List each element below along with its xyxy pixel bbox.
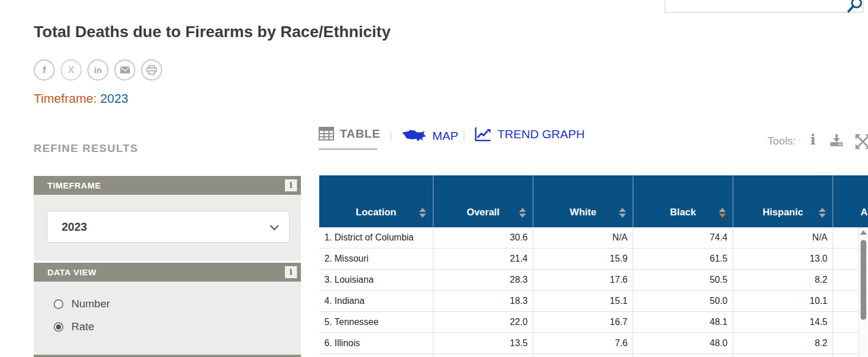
cell-black: 74.4 xyxy=(633,227,733,248)
table-row[interactable]: 4. Indiana 18.3 15.1 50.0 10.1 xyxy=(319,291,868,312)
page-title: Total Deaths due to Firearms by Race/Eth… xyxy=(34,23,391,41)
cell-black: 50.5 xyxy=(633,270,733,291)
cell-hispanic: 8.2 xyxy=(733,333,833,354)
cell-location: 2. Missouri xyxy=(319,248,433,270)
us-map-icon xyxy=(401,128,427,143)
cell-black: 48.1 xyxy=(633,312,733,333)
facebook-icon[interactable]: f xyxy=(34,59,55,81)
timeframe-panel-title: TIMEFRAME xyxy=(47,176,101,195)
tab-trend-graph[interactable]: TREND GRAPH xyxy=(474,126,585,142)
radio-rate[interactable]: Rate xyxy=(54,320,94,333)
column-header-overall[interactable]: Overall xyxy=(433,175,533,227)
table-scrollbar[interactable] xyxy=(858,227,867,357)
table-row[interactable]: 3. Louisiana 28.3 17.6 50.5 8.2 xyxy=(319,270,868,291)
radio-circle-unselected xyxy=(54,299,63,309)
timeframe-select-value: 2023 xyxy=(62,211,87,242)
x-twitter-icon[interactable]: X xyxy=(61,59,82,81)
cell-hispanic: 10.1 xyxy=(733,291,833,312)
sort-icon xyxy=(419,208,426,218)
active-tab-underline xyxy=(319,149,377,150)
table-row-partial xyxy=(319,354,868,357)
cell-overall: 18.3 xyxy=(433,291,533,312)
kff-data-page: Total Deaths due to Firearms by Race/Eth… xyxy=(0,0,868,357)
sort-icon-active-desc xyxy=(719,208,726,218)
table-row[interactable]: 6. Illinois 13.5 7.6 48.0 8.2 xyxy=(319,333,868,354)
cell-location: 6. Illinois xyxy=(319,333,433,354)
cell-overall: 21.4 xyxy=(433,248,533,270)
cell-location: 3. Louisiana xyxy=(319,270,433,291)
scrollbar-thumb[interactable] xyxy=(861,240,866,320)
radio-rate-label: Rate xyxy=(71,320,94,333)
trend-chart-icon xyxy=(474,126,492,142)
timeframe-line: Timeframe: 2023 xyxy=(34,91,128,106)
tab-map[interactable]: MAP xyxy=(401,128,459,143)
next-panel-header-sliver xyxy=(34,355,301,357)
table-row[interactable]: 1. District of Columbia 30.6 N/A 74.4 N/… xyxy=(319,227,868,248)
cell-hispanic: N/A xyxy=(733,227,833,248)
column-header-asian-partial[interactable]: Asian xyxy=(833,175,868,227)
site-search-box xyxy=(665,0,863,13)
dataview-panel-body xyxy=(34,282,301,355)
cell-location: 5. Tennessee xyxy=(319,312,433,333)
cell-hispanic: 13.0 xyxy=(733,248,833,270)
dataview-panel-header: DATA VIEW i xyxy=(34,263,301,282)
cell-white: N/A xyxy=(533,227,633,248)
radio-number-label: Number xyxy=(71,298,110,310)
cell-overall: 22.0 xyxy=(433,312,533,333)
print-icon[interactable] xyxy=(141,59,162,81)
expand-icon[interactable] xyxy=(854,133,868,150)
email-icon[interactable] xyxy=(114,59,135,81)
tab-map-label: MAP xyxy=(432,129,459,143)
info-icon[interactable]: i xyxy=(810,131,815,148)
dataview-panel-title: DATA VIEW xyxy=(47,263,97,282)
cell-location: 1. District of Columbia xyxy=(319,227,433,248)
column-header-location[interactable]: Location xyxy=(319,175,433,227)
column-header-white[interactable]: White xyxy=(533,175,633,227)
share-icons-row: f X in xyxy=(34,59,162,81)
radio-number[interactable]: Number xyxy=(54,298,110,310)
download-icon[interactable] xyxy=(829,134,844,147)
cell-location: 4. Indiana xyxy=(319,291,433,312)
cell-black: 50.0 xyxy=(633,291,733,312)
cell-overall: 28.3 xyxy=(433,270,533,291)
cell-black: 48.0 xyxy=(633,333,733,354)
sort-icon xyxy=(619,208,626,218)
table-header-row: Location Overall White Black Hispanic As… xyxy=(319,175,868,227)
tab-separator xyxy=(464,131,464,142)
cell-overall: 13.5 xyxy=(433,333,533,354)
column-header-hispanic[interactable]: Hispanic xyxy=(733,175,833,227)
data-table: Location Overall White Black Hispanic As… xyxy=(319,175,868,357)
search-input[interactable] xyxy=(670,1,841,11)
cell-hispanic: 14.5 xyxy=(733,312,833,333)
info-icon[interactable]: i xyxy=(285,179,297,191)
refine-results-heading: REFINE RESULTS xyxy=(34,142,138,155)
column-header-black[interactable]: Black xyxy=(633,175,733,227)
cell-white: 15.1 xyxy=(533,291,633,312)
info-icon[interactable]: i xyxy=(285,266,297,278)
tab-table-label: TABLE xyxy=(340,127,380,141)
timeframe-select[interactable]: 2023 xyxy=(47,211,290,243)
printer-glyph xyxy=(146,65,157,75)
table-grid-icon xyxy=(319,127,334,141)
tab-separator xyxy=(391,131,391,142)
cell-white: 17.6 xyxy=(533,270,633,291)
tab-table[interactable]: TABLE xyxy=(319,127,380,141)
scrollbar-up-arrow-icon[interactable] xyxy=(860,230,867,235)
timeframe-value: 2023 xyxy=(101,91,128,106)
tools-label: Tools: xyxy=(767,135,796,147)
chevron-down-icon xyxy=(270,222,279,231)
timeframe-label: Timeframe: xyxy=(34,91,97,106)
cell-white: 7.6 xyxy=(533,333,633,354)
cell-black: 61.5 xyxy=(633,248,733,270)
cell-hispanic: 8.2 xyxy=(733,270,833,291)
linkedin-icon[interactable]: in xyxy=(87,59,108,81)
tab-trend-graph-label: TREND GRAPH xyxy=(497,127,585,141)
table-row[interactable]: 5. Tennessee 22.0 16.7 48.1 14.5 xyxy=(319,312,868,333)
timeframe-panel-header: TIMEFRAME i xyxy=(34,176,301,195)
radio-circle-selected xyxy=(54,322,63,332)
sort-icon xyxy=(819,208,826,218)
search-icon[interactable] xyxy=(846,0,863,14)
sort-icon xyxy=(519,208,526,218)
table-row[interactable]: 2. Missouri 21.4 15.9 61.5 13.0 xyxy=(319,248,868,270)
envelope-glyph xyxy=(120,66,130,74)
